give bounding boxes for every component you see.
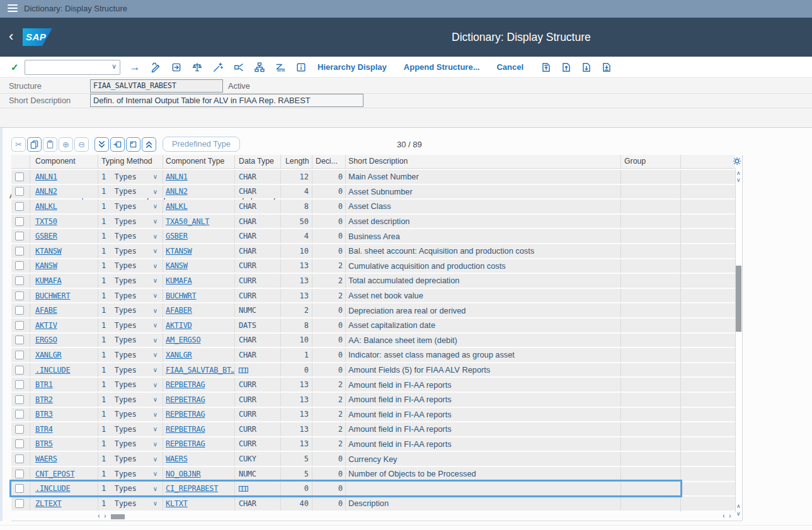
append-structure-button[interactable]: Append Structure... [404, 62, 480, 72]
component-link[interactable]: AFABE [35, 306, 57, 315]
row-checkbox[interactable] [15, 484, 24, 493]
component-type-link[interactable]: KANSW [166, 261, 188, 270]
table-row[interactable]: AKTIV 1 Types ∨ AKTIVD DATS 8 0 Asset ca… [11, 319, 680, 332]
short-description-field[interactable]: Defin. of Internal Output Table for ALV … [90, 94, 363, 107]
display-change-button[interactable] [149, 61, 162, 74]
typing-method-dropdown-icon[interactable]: ∨ [153, 173, 157, 180]
hierarchy-display-button[interactable]: Hierarchy Display [317, 62, 387, 72]
typing-method-dropdown-icon[interactable]: ∨ [153, 411, 157, 418]
component-type-link[interactable]: REPBETRAG [166, 380, 205, 389]
table-row[interactable]: ANLN1 1 Types ∨ ANLN1 CHAR 12 0 Main Ass… [11, 170, 680, 184]
component-type-link[interactable]: GSBER [166, 232, 188, 240]
component-link[interactable]: KANSW [35, 261, 57, 270]
component-type-link[interactable]: ANLN1 [166, 172, 188, 181]
component-link[interactable]: KTANSW [35, 247, 62, 256]
last-page-button[interactable] [601, 62, 612, 73]
typing-method-dropdown-icon[interactable]: ∨ [153, 441, 157, 448]
component-link[interactable]: ERGSO [35, 335, 57, 344]
vertical-scrollbar-thumb[interactable] [736, 266, 741, 332]
component-type-link[interactable]: REPBETRAG [166, 395, 205, 404]
component-link[interactable]: TXT50 [35, 217, 57, 226]
where-used-list-button[interactable] [232, 61, 245, 74]
component-link[interactable]: .INCLUDE [35, 484, 70, 493]
row-checkbox[interactable] [15, 291, 24, 300]
row-checkbox[interactable] [15, 321, 24, 330]
column-header-data-type[interactable]: Data Type [234, 155, 280, 168]
table-row[interactable]: WAERS 1 Types ∨ WAERS CUKY 5 0 Currency … [11, 452, 680, 466]
scroll-left-right-icon[interactable]: ‹ [723, 513, 725, 519]
row-checkbox[interactable] [15, 172, 24, 181]
typing-method-dropdown-icon[interactable]: ∨ [153, 277, 157, 284]
typing-method-dropdown-icon[interactable]: ∨ [153, 322, 157, 329]
column-header-group[interactable]: Group [620, 155, 680, 168]
component-link[interactable]: BTR1 [35, 380, 53, 389]
typing-method-dropdown-icon[interactable]: ∨ [153, 485, 157, 492]
runtime-object-button[interactable] [274, 61, 287, 74]
component-link[interactable]: BUCHWERT [35, 291, 70, 300]
typing-method-dropdown-icon[interactable]: ∨ [153, 366, 157, 373]
component-link[interactable]: ANLKL [35, 202, 57, 211]
component-type-link[interactable]: KLTXT [166, 499, 188, 508]
row-checkbox[interactable] [15, 261, 24, 270]
typing-method-dropdown-icon[interactable]: ∨ [153, 396, 157, 403]
table-row[interactable]: BTR3 1 Types ∨ REPBETRAG CURR 13 2 Amoun… [11, 408, 680, 422]
component-type-link[interactable]: ANLKL [166, 202, 188, 211]
table-row[interactable]: .INCLUDE 1 Types ∨ FIAA_SALVTAB_BT… 0 0 … [11, 363, 680, 377]
row-checkbox[interactable] [15, 232, 24, 240]
other-object-button[interactable] [170, 61, 183, 74]
table-settings-gear-icon[interactable] [733, 157, 741, 166]
table-row[interactable]: BTR4 1 Types ∨ REPBETRAG CURR 13 2 Amoun… [11, 422, 680, 436]
continue-button[interactable]: → [129, 61, 141, 74]
component-link[interactable]: XANLGR [35, 351, 62, 359]
component-type-link[interactable]: AM_ERGSO [166, 335, 200, 344]
component-type-link[interactable]: XANLGR [166, 351, 192, 359]
component-link[interactable]: ANLN1 [35, 172, 57, 181]
command-input[interactable] [25, 60, 120, 74]
component-link[interactable]: AKTIV [35, 321, 57, 330]
chevron-down-icon[interactable]: ∨ [112, 62, 117, 70]
table-row[interactable]: CNT_EPOST 1 Types ∨ NO_OBJNR NUMC 5 0 Nu… [11, 467, 680, 481]
previous-page-button[interactable] [561, 62, 572, 73]
table-row[interactable]: ERGSO 1 Types ∨ AM_ERGSO CHAR 10 0 AA: B… [11, 334, 680, 347]
scroll-down-bottom-icon[interactable]: ∨ [736, 511, 741, 517]
object-hierarchy-button[interactable] [253, 61, 266, 74]
horizontal-scrollbar-thumb[interactable] [111, 514, 125, 519]
typing-method-dropdown-icon[interactable]: ∨ [153, 381, 157, 388]
row-checkbox[interactable] [15, 380, 24, 389]
component-link[interactable]: ZLTEXT [35, 499, 62, 508]
row-checkbox[interactable] [15, 276, 24, 285]
scroll-to-top-button[interactable] [142, 137, 156, 152]
row-checkbox[interactable] [15, 425, 24, 434]
component-type-link[interactable]: AFABER [166, 306, 192, 315]
row-checkbox[interactable] [15, 499, 24, 508]
command-field[interactable]: ∨ [25, 60, 120, 75]
paste-button[interactable] [43, 137, 57, 152]
component-type-link[interactable]: BUCHWRT [166, 291, 196, 300]
table-row[interactable]: BUCHWERT 1 Types ∨ BUCHWRT CURR 13 2 Ass… [11, 289, 680, 303]
cut-button[interactable]: ✂ [11, 137, 26, 152]
typing-method-dropdown-icon[interactable]: ∨ [153, 456, 157, 463]
table-row[interactable]: KUMAFA 1 Types ∨ KUMAFA CURR 13 2 Total … [11, 274, 680, 288]
table-row[interactable]: .INCLUDE 1 Types ∨ CI_REPRABEST 0 0 [11, 482, 680, 495]
copy-button[interactable] [27, 137, 42, 152]
component-type-link[interactable]: NO_OBJNR [166, 470, 200, 478]
component-link[interactable]: BTR3 [35, 410, 53, 419]
typing-method-dropdown-icon[interactable]: ∨ [153, 262, 157, 269]
row-checkbox[interactable] [15, 187, 24, 196]
table-row[interactable]: BTR5 1 Types ∨ REPBETRAG CURR 13 2 Amoun… [11, 437, 680, 451]
typing-method-dropdown-icon[interactable]: ∨ [153, 470, 157, 477]
column-header-length[interactable]: Length [280, 155, 312, 168]
check-button[interactable] [191, 61, 203, 74]
cancel-button[interactable]: Cancel [496, 62, 523, 72]
component-link[interactable]: BTR5 [35, 439, 53, 448]
component-link[interactable]: KUMAFA [35, 276, 62, 285]
typing-method-dropdown-icon[interactable]: ∨ [153, 247, 157, 254]
insert-row-button[interactable]: ⊕ [59, 137, 73, 152]
component-type-link[interactable]: KTANSW [166, 247, 192, 256]
component-link[interactable]: BTR4 [35, 425, 53, 434]
typing-method-dropdown-icon[interactable]: ∨ [153, 233, 157, 240]
typing-method-dropdown-icon[interactable]: ∨ [153, 351, 157, 358]
component-type-link[interactable]: TXA50_ANLT [166, 217, 209, 226]
table-row[interactable]: BTR1 1 Types ∨ REPBETRAG CURR 13 2 Amoun… [11, 378, 680, 392]
scroll-up-bottom-icon[interactable]: ∧ [736, 504, 741, 509]
